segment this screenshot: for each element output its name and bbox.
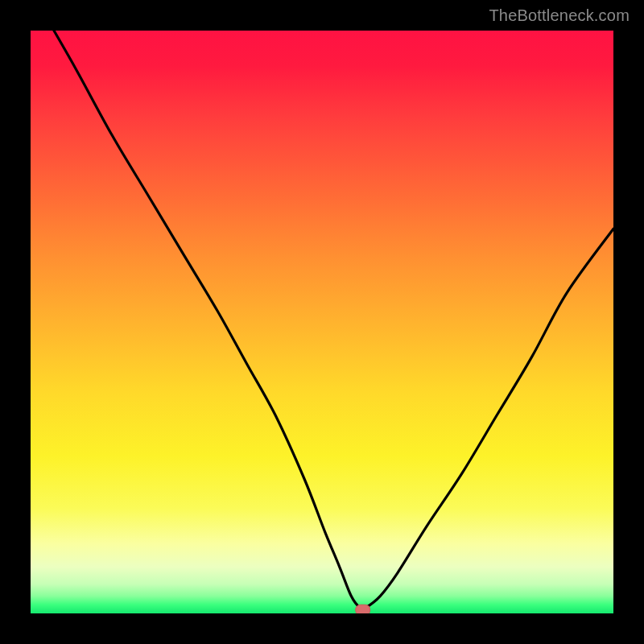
curve-layer (31, 31, 613, 613)
chart-frame: TheBottleneck.com (0, 0, 644, 644)
minimum-marker (356, 605, 370, 613)
bottleneck-curve (54, 31, 613, 609)
plot-area (31, 31, 613, 613)
watermark-text: TheBottleneck.com (489, 6, 630, 25)
